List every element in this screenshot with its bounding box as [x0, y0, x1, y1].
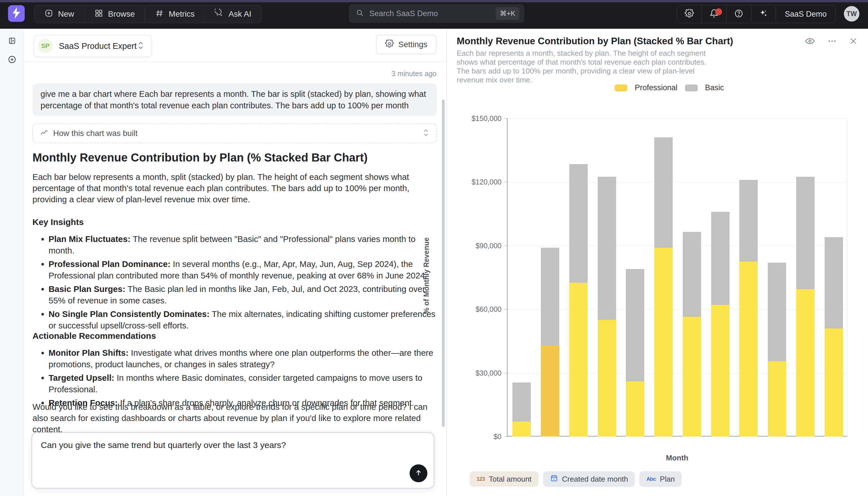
help-icon — [734, 9, 743, 19]
bar-segment-professional-2023-10[interactable] — [512, 422, 531, 436]
y-axis-tick — [505, 436, 508, 437]
lightning-bolt-icon — [12, 7, 21, 20]
chart-panel-title: Monthly Revenue Contribution by Plan (St… — [457, 36, 733, 47]
nav-label: Browse — [108, 10, 135, 19]
arrow-up-icon — [414, 468, 423, 478]
abc-icon: Abc — [646, 476, 656, 482]
browse-button[interactable]: Browse — [84, 5, 145, 23]
list-item: Targeted Upsell: In months where Basic d… — [49, 372, 437, 395]
bar-segment-professional-2024-02[interactable] — [626, 381, 644, 436]
legend-swatch-professional[interactable] — [615, 84, 627, 91]
bar-segment-professional-2024-06[interactable] — [739, 262, 758, 436]
new-button[interactable]: New — [34, 5, 84, 23]
chip-label: Total amount — [489, 475, 532, 484]
metrics-button[interactable]: Metrics — [145, 5, 205, 23]
bar-segment-professional-2024-05[interactable] — [711, 305, 729, 436]
workspace-name: SaaS Demo — [785, 10, 826, 19]
gear-icon — [385, 40, 394, 50]
bar-segment-professional-2023-11[interactable] — [541, 345, 559, 436]
nav-label: Metrics — [168, 10, 194, 19]
bar-segment-basic-2024-01[interactable] — [598, 177, 616, 320]
chevron-selector-icon — [422, 128, 429, 139]
legend-swatch-basic[interactable] — [685, 84, 698, 91]
list-item: Professional Plan Dominance: In several … — [49, 258, 437, 281]
bar-segment-professional-2024-09[interactable] — [825, 328, 843, 436]
bar-segment-basic-2023-12[interactable] — [569, 164, 588, 283]
chevron-selector-icon — [137, 41, 144, 51]
bar-segment-basic-2024-07[interactable] — [768, 263, 786, 361]
agent-avatar: SP — [38, 39, 52, 53]
bar-segment-basic-2024-08[interactable] — [796, 177, 815, 289]
list-item: No Single Plan Consistently Dominates: T… — [49, 308, 437, 331]
agent-selector[interactable]: SP SaaS Product Expert — [34, 35, 152, 57]
notification-dot — [715, 8, 722, 15]
y-axis-label: $0 — [494, 433, 501, 441]
send-button[interactable] — [409, 464, 428, 482]
help-button[interactable] — [727, 5, 751, 23]
response-closing: Would you like to see this breakdown as … — [32, 401, 437, 435]
toggle-sidebar-button[interactable] — [8, 37, 16, 46]
bar-segment-professional-2024-07[interactable] — [768, 361, 786, 436]
calendar-icon — [550, 474, 558, 484]
bar-segment-professional-2024-03[interactable] — [654, 248, 673, 436]
workspace-switcher[interactable]: SaaS Demo — [776, 5, 835, 23]
notifications-button[interactable] — [702, 5, 727, 23]
response-intro: Each bar below represents a month, split… — [32, 171, 437, 205]
app-logo[interactable] — [8, 5, 25, 22]
chart-panel-actions — [805, 37, 858, 45]
numeric-123-icon: 123 — [477, 476, 485, 482]
y-axis-label: $120,000 — [472, 178, 501, 186]
user-avatar[interactable]: TW — [844, 6, 859, 21]
key-insights-list: Plan Mix Fluctuates: The revenue split b… — [39, 233, 437, 334]
bar-segment-professional-2023-12[interactable] — [569, 283, 588, 436]
y-axis-tick — [505, 309, 508, 310]
chat-scrollbar[interactable] — [442, 99, 445, 427]
panel-collapse-icon — [8, 41, 16, 46]
ask-ai-button[interactable]: Ask AI — [205, 5, 261, 23]
eye-icon[interactable] — [805, 37, 815, 45]
global-search-input[interactable]: Search SaaS Demo ⌘+K — [349, 4, 524, 23]
close-icon[interactable] — [849, 37, 858, 45]
bar-segment-professional-2024-08[interactable] — [796, 289, 815, 436]
bar-segment-basic-2024-05[interactable] — [711, 212, 729, 305]
more-options-icon[interactable] — [827, 37, 837, 45]
agent-name: SaaS Product Expert — [59, 41, 137, 51]
bar-segment-professional-2024-04[interactable] — [683, 317, 701, 436]
plus-square-icon — [44, 9, 53, 20]
bar-segment-basic-2024-04[interactable] — [683, 232, 701, 317]
search-shortcut-badge: ⌘+K — [496, 7, 519, 20]
sparkles-icon — [759, 9, 768, 19]
how-chart-built-label: How this chart was built — [53, 129, 422, 138]
legend-label: Basic — [705, 83, 724, 92]
y-axis-label: $30,000 — [476, 369, 501, 377]
chat-scroll-area[interactable]: 3 minutes ago give me a bar chart where … — [24, 62, 446, 496]
y-axis-title: % of Monthly Revenue — [422, 224, 431, 328]
new-thread-button[interactable] — [8, 55, 16, 65]
bar-segment-basic-2024-09[interactable] — [825, 237, 843, 328]
dimension-chip-created-date-month[interactable]: Created date month — [543, 471, 635, 487]
how-chart-built-toggle[interactable]: How this chart was built — [32, 124, 437, 143]
app-window: New Browse Metrics Ask AI — [0, 0, 868, 496]
nav-label: Ask AI — [229, 10, 251, 19]
bar-segment-basic-2024-02[interactable] — [626, 269, 644, 381]
chat-input[interactable]: Can you give the same trend but quarterl… — [32, 433, 434, 488]
user-message-bubble: give me a bar chart where Each bar repre… — [32, 83, 437, 116]
bar-segment-basic-2024-03[interactable] — [654, 137, 673, 248]
y-axis-label: $60,000 — [476, 305, 501, 313]
chat-header: SP SaaS Product Expert Settings — [24, 29, 446, 62]
agent-settings-button[interactable]: Settings — [376, 35, 437, 54]
ai-chat-panel: SP SaaS Product Expert Settings 3 minute… — [24, 29, 447, 496]
y-axis-tick — [505, 373, 508, 373]
bar-segment-basic-2023-11[interactable] — [541, 248, 559, 345]
list-item: Basic Plan Surges: The Basic plan led in… — [49, 283, 437, 306]
stacked-bar-chart[interactable]: $0$30,000$60,000$90,000$120,000$150,0002… — [507, 119, 847, 436]
key-insights-heading: Key Insights — [32, 217, 84, 227]
dimension-chip-plan[interactable]: Abc Plan — [639, 471, 681, 487]
bar-segment-basic-2023-10[interactable] — [512, 383, 531, 422]
metric-chip-total-amount[interactable]: 123 Total amount — [470, 471, 539, 487]
bar-segment-professional-2024-01[interactable] — [598, 320, 616, 436]
ai-sparkles-button[interactable] — [751, 5, 776, 23]
settings-gear-button[interactable] — [677, 5, 702, 23]
chip-label: Plan — [660, 475, 675, 484]
bar-segment-basic-2024-06[interactable] — [739, 180, 758, 262]
